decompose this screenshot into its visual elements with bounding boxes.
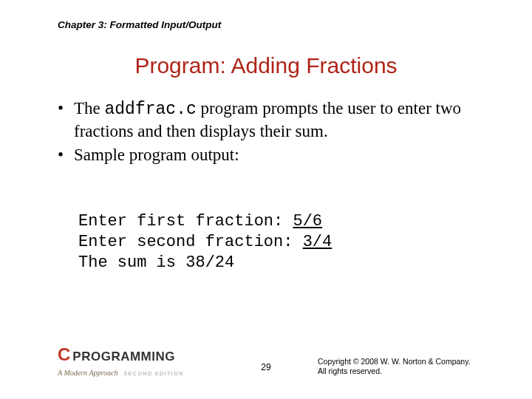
bullet-text-pre: The	[74, 99, 105, 117]
slide-title: Program: Adding Fractions	[0, 53, 532, 78]
book-logo: C PROGRAMMING A Modern Approach SECOND E…	[58, 344, 184, 378]
output-prompt: Enter first fraction:	[78, 212, 293, 231]
output-user-input: 5/6	[293, 212, 322, 231]
output-line: The sum is 38/24	[78, 253, 234, 272]
bullet-text-pre: Sample program output:	[74, 146, 239, 164]
chapter-heading: Chapter 3: Formatted Input/Output	[58, 19, 221, 30]
body-content: The addfrac.c program prompts the user t…	[58, 98, 488, 167]
output-line: Enter first fraction: 5/6	[78, 212, 322, 231]
output-prompt: The sum is 38/24	[78, 253, 234, 272]
output-user-input: 3/4	[303, 233, 332, 251]
inline-code: addfrac.c	[105, 100, 197, 119]
output-prompt: Enter second fraction:	[78, 233, 303, 251]
copyright: Copyright © 2008 W. W. Norton & Company.…	[318, 357, 471, 377]
sample-output: Enter first fraction: 5/6 Enter second f…	[78, 191, 332, 274]
bullet-item: Sample program output:	[58, 144, 488, 166]
copyright-line: Copyright © 2008 W. W. Norton & Company.	[318, 357, 471, 367]
bullet-item: The addfrac.c program prompts the user t…	[58, 98, 488, 143]
footer: C PROGRAMMING A Modern Approach SECOND E…	[0, 346, 532, 383]
output-line: Enter second fraction: 3/4	[78, 233, 332, 251]
copyright-line: All rights reserved.	[318, 366, 471, 377]
